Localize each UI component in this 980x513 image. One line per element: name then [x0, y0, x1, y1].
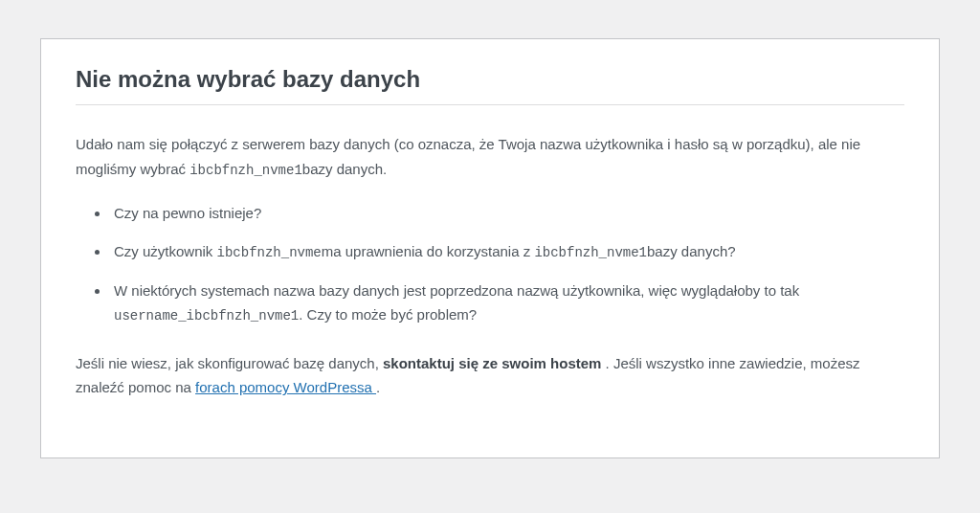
db-code: ibcbfnzh_nvme1: [534, 245, 647, 260]
list-item: Czy użytkownik ibcbfnzh_nvmema uprawnien…: [110, 239, 904, 265]
outro-c: .: [376, 379, 380, 395]
intro-text-b: bazy danych.: [302, 161, 387, 177]
outro-a: Jeśli nie wiesz, jak skonfigurować bazę …: [76, 355, 383, 371]
error-box: Nie można wybrać bazy danych Udało nam s…: [40, 38, 940, 458]
dbname-code: ibcbfnzh_nvme1: [189, 163, 302, 178]
bullet-3-a: W niektórych systemach nazwa bazy danych…: [114, 282, 799, 299]
wordpress-support-link[interactable]: forach pomocy WordPressa: [195, 379, 376, 395]
contact-host-strong: skontaktuj się ze swoim hostem: [383, 355, 606, 371]
bullet-2-c: bazy danych?: [647, 243, 736, 259]
bullet-1-text: Czy na pewno istnieje?: [114, 205, 261, 221]
example-code: username_ibcbfnzh_nvme1: [114, 308, 299, 323]
outro-paragraph: Jeśli nie wiesz, jak skonfigurować bazę …: [76, 351, 904, 400]
page-title: Nie można wybrać bazy danych: [76, 66, 904, 105]
list-item: Czy na pewno istnieje?: [110, 201, 904, 226]
bullet-2-b: ma uprawnienia do korzystania z: [322, 243, 535, 259]
intro-paragraph: Udało nam się połączyć z serwerem bazy d…: [76, 132, 904, 182]
error-bullet-list: Czy na pewno istnieje? Czy użytkownik ib…: [110, 201, 904, 328]
list-item: W niektórych systemach nazwa bazy danych…: [110, 279, 904, 328]
user-code: ibcbfnzh_nvme: [217, 245, 322, 260]
bullet-3-b: . Czy to może być problem?: [299, 306, 477, 323]
bullet-2-a: Czy użytkownik: [114, 243, 217, 259]
